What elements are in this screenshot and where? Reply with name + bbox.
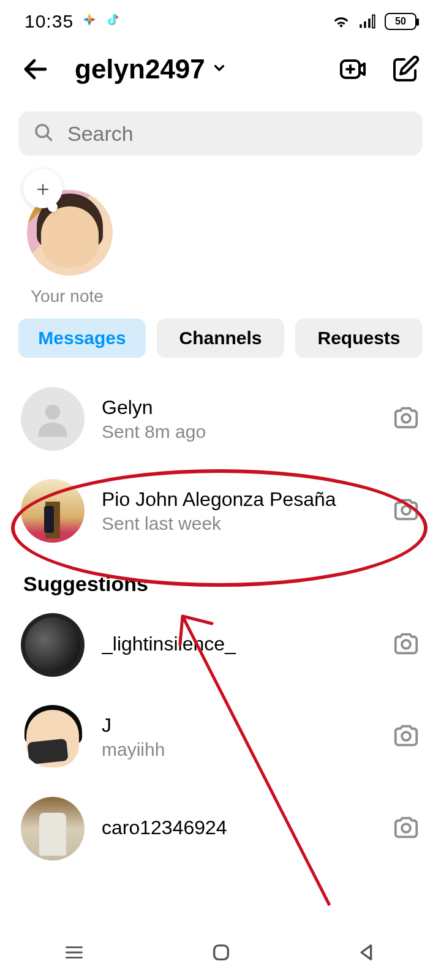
compose-icon[interactable] — [391, 55, 420, 84]
conversation-row[interactable]: Gelyn Sent 8m ago — [18, 379, 423, 459]
conversation-name: Pio John Alegonza Pesaña — [102, 488, 375, 511]
camera-icon[interactable] — [392, 496, 420, 526]
signal-icon — [359, 14, 376, 29]
camera-icon[interactable] — [392, 630, 420, 660]
svg-point-10 — [45, 405, 61, 420]
svg-rect-20 — [214, 946, 228, 960]
status-time: 10:35 — [24, 11, 74, 32]
avatar — [21, 613, 85, 677]
status-left: 10:35 — [24, 11, 120, 32]
conversation-text: Gelyn Sent 8m ago — [102, 396, 375, 442]
suggestion-row[interactable]: _lightinsilence_ — [18, 605, 423, 685]
camera-icon[interactable] — [392, 404, 420, 434]
avatar — [21, 797, 85, 861]
camera-icon[interactable] — [392, 722, 420, 752]
svg-point-14 — [402, 732, 410, 741]
conversation-text: Pio John Alegonza Pesaña Sent last week — [102, 488, 375, 534]
avatar — [21, 705, 85, 769]
google-photos-icon — [82, 12, 97, 31]
suggestion-row[interactable]: caro12346924 — [18, 788, 423, 869]
add-note-icon: ＋ — [23, 169, 62, 208]
svg-point-12 — [402, 506, 410, 514]
suggestion-text: J mayiihh — [102, 714, 375, 760]
status-right: 50 — [332, 13, 417, 30]
search-bar[interactable] — [18, 111, 423, 156]
wifi-icon — [332, 14, 350, 29]
suggestion-text: caro12346924 — [102, 816, 375, 842]
search-input[interactable] — [67, 122, 408, 146]
home-icon[interactable] — [211, 942, 232, 963]
notes-tray: ＋ Your note — [0, 190, 441, 306]
svg-marker-21 — [361, 946, 371, 960]
chevron-down-icon — [211, 60, 227, 78]
suggestion-row[interactable]: J mayiihh — [18, 696, 423, 777]
account-switcher[interactable]: gelyn2497 — [75, 54, 326, 85]
suggestion-name: J — [102, 714, 375, 737]
search-icon — [33, 122, 54, 145]
svg-rect-0 — [360, 24, 362, 28]
back-arrow-icon[interactable] — [21, 55, 50, 84]
svg-point-13 — [402, 640, 410, 649]
camera-icon[interactable] — [392, 813, 420, 844]
tab-messages[interactable]: Messages — [18, 318, 146, 358]
header-username: gelyn2497 — [75, 54, 205, 85]
conversation-row[interactable]: Pio John Alegonza Pesaña Sent last week — [18, 470, 423, 551]
battery-icon: 50 — [385, 13, 417, 30]
new-video-call-icon[interactable] — [338, 55, 368, 84]
tiktok-icon — [105, 12, 120, 31]
status-bar: 10:35 50 — [0, 0, 441, 43]
your-note-button[interactable]: ＋ — [27, 190, 119, 276]
suggestion-name: caro12346924 — [102, 816, 375, 839]
recent-apps-icon[interactable] — [63, 944, 85, 961]
svg-rect-3 — [372, 15, 375, 28]
system-nav-bar — [0, 925, 441, 980]
back-nav-icon[interactable] — [357, 942, 378, 963]
conversation-name: Gelyn — [102, 396, 375, 419]
tab-channels[interactable]: Channels — [157, 318, 284, 358]
suggestions-heading: Suggestions — [18, 551, 423, 605]
svg-point-11 — [402, 414, 410, 423]
tab-requests[interactable]: Requests — [295, 318, 423, 358]
conversation-subtitle: Sent last week — [102, 513, 375, 534]
svg-line-9 — [47, 135, 51, 140]
conversation-list: Gelyn Sent 8m ago Pio John Alegonza Pesa… — [0, 358, 441, 869]
suggestion-name: _lightinsilence_ — [102, 633, 375, 655]
svg-rect-2 — [368, 18, 371, 28]
conversation-subtitle: Sent 8m ago — [102, 421, 375, 442]
header: gelyn2497 — [0, 43, 441, 100]
svg-point-15 — [402, 824, 410, 832]
avatar — [21, 479, 85, 543]
svg-rect-1 — [364, 21, 366, 28]
your-note-label: Your note — [31, 287, 441, 306]
suggestion-subtitle: mayiihh — [102, 739, 375, 760]
dm-tabs: Messages Channels Requests — [0, 306, 441, 358]
avatar — [21, 387, 85, 451]
suggestion-text: _lightinsilence_ — [102, 633, 375, 658]
